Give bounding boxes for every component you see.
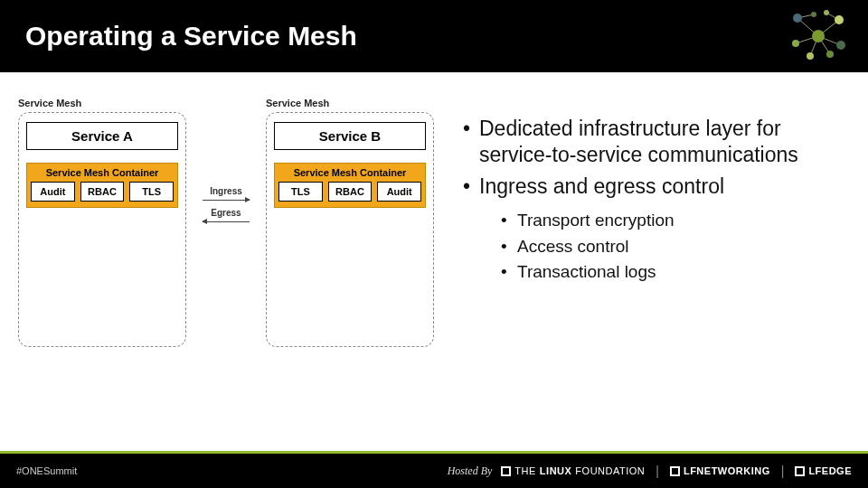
lf-networking-logo: LFNETWORKING: [670, 465, 770, 476]
text-column: Dedicated infrastructure layer for servi…: [461, 98, 841, 445]
hosted-by: Hosted By THE LINUX FOUNDATION | LFNETWO…: [448, 464, 852, 478]
slide-header: Operating a Service Mesh: [0, 0, 868, 72]
chip-audit: Audit: [377, 182, 421, 202]
mesh-box-right: Service B Service Mesh Container TLS RBA…: [266, 112, 434, 347]
slide-footer: #ONESummit Hosted By THE LINUX FOUNDATIO…: [0, 454, 868, 488]
square-icon: [501, 466, 511, 476]
chip-row: Audit RBAC TLS: [31, 182, 174, 202]
mesh-container-left: Service Mesh Container Audit RBAC TLS: [26, 163, 178, 208]
chip-tls: TLS: [278, 182, 323, 202]
chip-rbac: RBAC: [328, 182, 373, 202]
svg-point-8: [812, 30, 825, 42]
container-title: Service Mesh Container: [278, 167, 421, 178]
chip-audit: Audit: [31, 182, 75, 202]
bullet-item: Ingress and egress control Transport enc…: [461, 174, 841, 286]
svg-point-10: [835, 15, 844, 24]
lf-edge-logo: LFEDGE: [795, 465, 852, 476]
logo-text: LINUX: [540, 465, 572, 476]
svg-point-15: [811, 12, 816, 17]
slide-title: Operating a Service Mesh: [25, 21, 357, 52]
svg-point-9: [793, 14, 802, 23]
logo-text: LFNETWORKING: [684, 465, 770, 476]
arrows: Ingress Egress: [203, 186, 250, 228]
arrow-left-icon: [203, 221, 250, 222]
svg-point-12: [836, 41, 845, 50]
mesh-box-left: Service A Service Mesh Container Audit R…: [18, 112, 186, 347]
slide: Operating a Service Mesh Service Mesh: [0, 0, 868, 488]
linux-foundation-logo: THE LINUX FOUNDATION: [501, 465, 645, 476]
service-a-box: Service A: [26, 122, 178, 150]
bullet-list: Dedicated infrastructure layer for servi…: [461, 116, 841, 286]
hashtag: #ONESummit: [16, 465, 77, 476]
service-b-box: Service B: [274, 122, 426, 150]
svg-point-11: [792, 40, 799, 47]
arrow-right-icon: [203, 200, 250, 201]
svg-point-16: [824, 10, 829, 15]
logo-text: LFEDGE: [808, 465, 852, 476]
hosted-by-label: Hosted By: [448, 465, 493, 478]
bullet-text: Ingress and egress control: [479, 174, 724, 198]
sub-bullet-item: Transactional logs: [501, 259, 841, 286]
svg-point-13: [807, 52, 814, 60]
svg-point-14: [826, 51, 834, 58]
chip-row: TLS RBAC Audit: [278, 182, 421, 202]
separator: |: [654, 464, 661, 478]
container-title: Service Mesh Container: [31, 167, 174, 178]
sub-bullet-item: Access control: [501, 234, 841, 260]
square-icon: [795, 466, 805, 476]
separator: |: [779, 464, 787, 478]
logo-text: FOUNDATION: [575, 465, 645, 476]
chip-rbac: RBAC: [80, 182, 125, 202]
logo-text: THE: [514, 465, 536, 476]
slide-body: Service Mesh Service A Service Mesh Cont…: [0, 72, 868, 454]
sub-bullet-list: Transport encryption Access control Tran…: [501, 208, 841, 286]
egress-label: Egress: [211, 208, 241, 218]
network-logo-icon: [787, 9, 850, 63]
square-icon: [670, 466, 680, 476]
ingress-label: Ingress: [210, 186, 242, 196]
mesh-label: Service Mesh: [18, 98, 186, 108]
mesh-right: Service Mesh Service B Service Mesh Cont…: [266, 98, 434, 347]
bullet-item: Dedicated infrastructure layer for servi…: [461, 116, 841, 168]
chip-tls: TLS: [129, 182, 174, 202]
mesh-container-right: Service Mesh Container TLS RBAC Audit: [274, 163, 426, 208]
mesh-label: Service Mesh: [266, 98, 434, 108]
sub-bullet-item: Transport encryption: [501, 208, 841, 234]
diagram: Service Mesh Service A Service Mesh Cont…: [18, 98, 434, 445]
mesh-left: Service Mesh Service A Service Mesh Cont…: [18, 98, 186, 347]
